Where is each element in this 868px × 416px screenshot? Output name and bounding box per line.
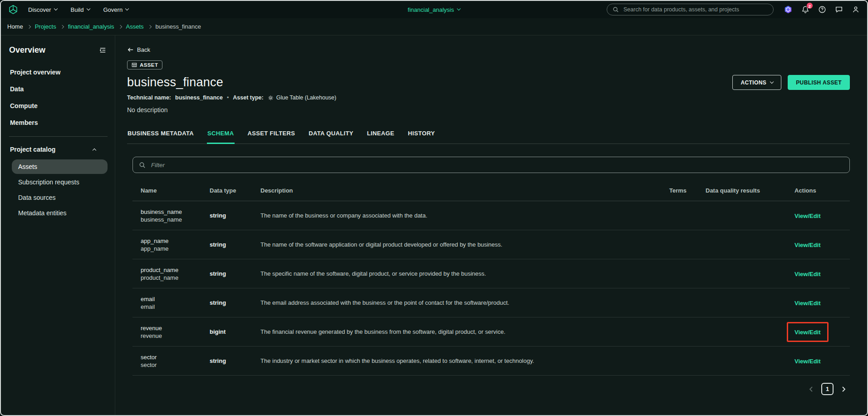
sidebar-item-metadata-entities[interactable]: Metadata entities — [12, 206, 108, 220]
row-description: The industry or market sector in which t… — [260, 357, 669, 364]
view-edit-link[interactable]: View/Edit — [794, 271, 821, 277]
annotation-box: View/Edit — [787, 206, 829, 226]
topnav-menus: Discover Build Govern — [28, 6, 128, 13]
view-edit-link[interactable]: View/Edit — [794, 358, 821, 365]
schema-filter-input[interactable] — [150, 161, 843, 169]
menu-govern-label: Govern — [103, 6, 123, 13]
notification-count-badge: 2 — [806, 2, 813, 9]
row-technical-name: email — [141, 303, 210, 311]
breadcrumb-projects[interactable]: Projects — [35, 23, 56, 30]
back-label: Back — [137, 46, 150, 53]
sidebar-item-data-sources[interactable]: Data sources — [12, 190, 108, 205]
row-name: sector — [141, 353, 210, 361]
breadcrumb-project[interactable]: financial_analysis — [68, 23, 114, 30]
tab-asset-filters[interactable]: ASSET FILTERS — [247, 130, 296, 144]
row-data-type: string — [210, 299, 260, 306]
table-row: app_name app_name string The name of the… — [132, 230, 850, 259]
actions-button-label: ACTIONS — [740, 79, 766, 86]
tab-lineage[interactable]: LINEAGE — [367, 130, 395, 144]
breadcrumb-assets[interactable]: Assets — [126, 23, 144, 30]
back-arrow-icon — [127, 46, 134, 53]
sidebar-item-subscription-requests[interactable]: Subscription requests — [12, 175, 108, 189]
breadcrumb-separator-icon — [119, 25, 122, 28]
menu-build[interactable]: Build — [71, 6, 90, 13]
row-data-type: string — [210, 270, 260, 277]
sidebar-item-data[interactable]: Data — [9, 82, 108, 96]
row-data-type: string — [210, 357, 260, 364]
row-name: business_name — [141, 208, 210, 216]
schema-table: Name Data type Description Terms Data qu… — [132, 180, 850, 376]
column-header-description: Description — [260, 187, 669, 194]
row-description: The financial revenue generated by the b… — [260, 328, 669, 335]
column-header-terms: Terms — [669, 187, 706, 194]
table-row: revenue revenue bigint The financial rev… — [132, 317, 850, 347]
row-data-type: bigint — [210, 328, 260, 335]
publish-asset-button[interactable]: PUBLISH ASSET — [788, 75, 850, 90]
row-name: product_name — [141, 266, 210, 274]
schema-filter[interactable] — [132, 157, 850, 173]
help-icon[interactable] — [818, 5, 826, 14]
view-edit-link[interactable]: View/Edit — [794, 329, 821, 336]
row-technical-name: app_name — [141, 245, 210, 253]
breadcrumb-current: business_finance — [156, 23, 201, 30]
main-content: Back ASSET business_finance AC — [115, 35, 867, 415]
technical-name-value: business_finance — [175, 94, 223, 101]
sidebar-section-project-catalog[interactable]: Project catalog — [9, 143, 108, 156]
app-window: Discover Build Govern financial_analysis — [0, 0, 868, 416]
sidebar-item-project-overview[interactable]: Project overview — [9, 65, 108, 79]
row-technical-name: sector — [141, 361, 210, 369]
amazon-q-icon[interactable] — [784, 5, 793, 14]
global-search-input[interactable] — [623, 6, 768, 13]
view-edit-link[interactable]: View/Edit — [794, 300, 821, 307]
tab-data-quality[interactable]: DATA QUALITY — [308, 130, 354, 144]
collapse-panel-icon[interactable] — [98, 45, 108, 55]
tab-history[interactable]: HISTORY — [407, 130, 436, 144]
tab-business-metadata[interactable]: BUSINESS METADATA — [127, 130, 194, 144]
menu-discover[interactable]: Discover — [28, 6, 57, 13]
profile-icon[interactable] — [852, 5, 860, 14]
next-page-icon[interactable] — [839, 385, 848, 394]
table-row: email email string The email address ass… — [132, 288, 850, 317]
notifications-bell-icon[interactable]: 2 — [801, 5, 809, 14]
menu-build-label: Build — [71, 6, 84, 13]
tab-schema[interactable]: SCHEMA — [207, 130, 234, 144]
sidebar-section-label: Project catalog — [10, 146, 55, 153]
annotation-box: View/Edit — [787, 351, 829, 371]
row-name: email — [141, 295, 210, 303]
menu-govern[interactable]: Govern — [103, 6, 129, 13]
asset-type-label: Asset type: — [233, 94, 263, 101]
view-edit-link[interactable]: View/Edit — [794, 242, 821, 248]
annotation-box: View/Edit — [787, 264, 829, 284]
row-technical-name: business_name — [141, 216, 210, 223]
previous-page-icon[interactable] — [807, 385, 816, 394]
sidebar-title: Overview — [9, 45, 45, 55]
breadcrumb: Home Projects financial_analysis Assets … — [1, 18, 867, 35]
column-header-actions: Actions — [794, 187, 850, 194]
breadcrumb-separator-icon — [28, 25, 30, 28]
feedback-chat-icon[interactable] — [835, 5, 843, 14]
topnav-icons: 2 — [784, 5, 860, 14]
row-name: app_name — [141, 237, 210, 245]
asset-description: No description — [127, 106, 850, 114]
back-link[interactable]: Back — [127, 46, 150, 53]
page-number-button[interactable]: 1 — [821, 383, 834, 395]
row-name: revenue — [141, 324, 210, 332]
project-selector[interactable]: financial_analysis — [408, 6, 461, 13]
sidebar-item-assets[interactable]: Assets — [12, 159, 108, 174]
global-search[interactable] — [607, 4, 774, 15]
actions-button[interactable]: ACTIONS — [732, 75, 781, 90]
row-technical-name: product_name — [141, 274, 210, 282]
sidebar-item-members[interactable]: Members — [9, 115, 108, 130]
datazone-logo-icon[interactable] — [8, 5, 18, 15]
glue-table-icon — [268, 95, 274, 101]
breadcrumb-home[interactable]: Home — [7, 23, 23, 30]
row-description: The specific name of the software, digit… — [260, 270, 669, 277]
column-header-data-quality-results: Data quality results — [706, 187, 794, 194]
menu-discover-label: Discover — [28, 6, 51, 13]
view-edit-link[interactable]: View/Edit — [794, 213, 821, 219]
row-technical-name: revenue — [141, 332, 210, 340]
sidebar-item-compute[interactable]: Compute — [9, 99, 108, 113]
sidebar-divider — [9, 136, 108, 137]
annotation-box: View/Edit — [787, 322, 829, 342]
breadcrumb-separator-icon — [61, 25, 64, 28]
